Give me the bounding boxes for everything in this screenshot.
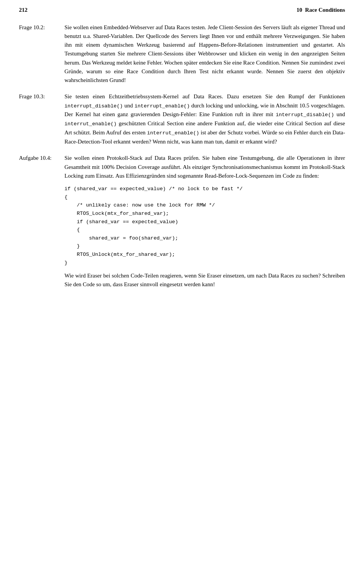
page-number: 212 bbox=[19, 6, 28, 14]
code-line-6: { bbox=[64, 226, 345, 234]
code-line-1: if (shared_var == expected_value) /* no … bbox=[64, 185, 345, 193]
code-line-8: } bbox=[64, 242, 345, 251]
code-line-2: { bbox=[64, 193, 345, 202]
entry-frage-10-3: Frage 10.3: Sie testen einen Echtzeitbet… bbox=[19, 92, 345, 146]
frage-10-3-text: Sie testen einen Echtzeitbetriebssystem-… bbox=[64, 92, 345, 146]
code-line-4: RTOS_Lock(mtx_for_shared_var); bbox=[64, 210, 345, 218]
frage-10-2-text: Sie wollen einen Embedded-Webserver auf … bbox=[64, 23, 345, 85]
code-interrut-enable-2: interrut_enable() bbox=[147, 130, 199, 136]
entry-label-frage-10-2: Frage 10.2: bbox=[19, 23, 64, 85]
code-interrupt-disable-2: interrupt_disable() bbox=[276, 112, 334, 118]
aufgabe-10-4-after-code: Wie wird Eraser bei solchen Code-Teilen … bbox=[64, 271, 345, 289]
code-block-aufgabe-10-4: if (shared_var == expected_value) /* no … bbox=[64, 185, 345, 267]
entry-body-frage-10-2: Sie wollen einen Embedded-Webserver auf … bbox=[64, 23, 345, 85]
code-line-7: shared_var = foo(shared_var); bbox=[64, 234, 345, 243]
aufgabe-10-4-intro: Sie wollen einen Protokoll-Stack auf Dat… bbox=[64, 154, 345, 180]
code-line-9: RTOS_Unlock(mtx_for_shared_var); bbox=[64, 251, 345, 259]
code-interrut-enable: interrut_enable() bbox=[64, 121, 117, 127]
chapter-title: 10 Race Conditions bbox=[297, 6, 345, 14]
entry-aufgabe-10-4: Aufgabe 10.4: Sie wollen einen Protokoll… bbox=[19, 154, 345, 289]
code-line-5: if (shared_var == expected_value) bbox=[64, 218, 345, 226]
entry-body-frage-10-3: Sie testen einen Echtzeitbetriebssystem-… bbox=[64, 92, 345, 146]
entry-label-aufgabe-10-4: Aufgabe 10.4: bbox=[19, 154, 64, 289]
code-interrupt-disable: interrupt_disable() bbox=[64, 103, 123, 109]
page: 212 10 Race Conditions Frage 10.2: Sie w… bbox=[0, 0, 364, 588]
page-header: 212 10 Race Conditions bbox=[0, 0, 364, 17]
code-line-10: } bbox=[64, 259, 345, 267]
entry-body-aufgabe-10-4: Sie wollen einen Protokoll-Stack auf Dat… bbox=[64, 154, 345, 289]
code-interrupt-enable: interrupt_enable() bbox=[135, 103, 190, 109]
entry-label-frage-10-3: Frage 10.3: bbox=[19, 92, 64, 146]
page-content: Frage 10.2: Sie wollen einen Embedded-We… bbox=[0, 19, 364, 308]
code-line-3: /* unlikely case: now use the lock for R… bbox=[64, 201, 345, 210]
entry-frage-10-2: Frage 10.2: Sie wollen einen Embedded-We… bbox=[19, 23, 345, 85]
